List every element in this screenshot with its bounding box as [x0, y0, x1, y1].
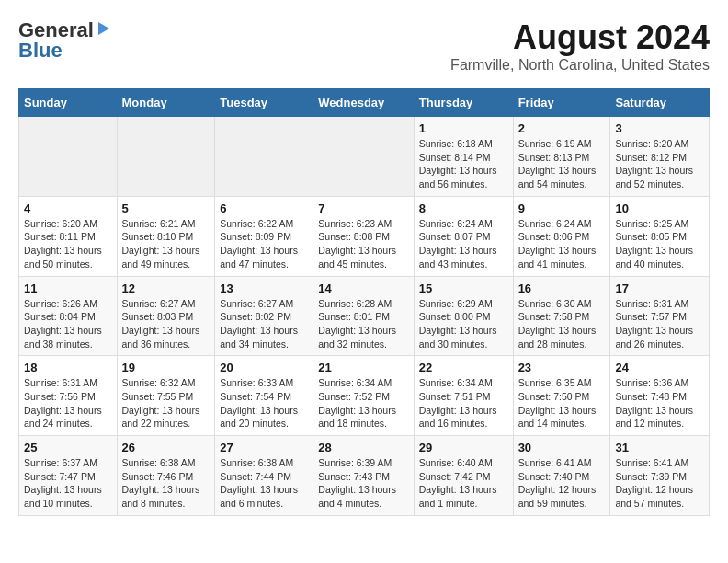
calendar-header-sunday: Sunday: [19, 89, 118, 117]
day-info: Sunrise: 6:35 AMSunset: 7:50 PMDaylight:…: [518, 376, 606, 431]
day-info: Sunrise: 6:41 AMSunset: 7:39 PMDaylight:…: [615, 456, 704, 511]
day-number: 29: [419, 441, 508, 454]
main-title: August 2024: [450, 18, 710, 57]
day-number: 11: [24, 282, 112, 295]
day-number: 27: [220, 441, 308, 454]
calendar-cell: 24Sunrise: 6:36 AMSunset: 7:48 PMDayligh…: [610, 356, 710, 436]
logo-blue-text: Blue: [18, 39, 63, 63]
calendar-header-thursday: Thursday: [414, 89, 513, 117]
day-info: Sunrise: 6:27 AMSunset: 8:03 PMDaylight:…: [122, 297, 210, 351]
day-info: Sunrise: 6:31 AMSunset: 7:57 PMDaylight:…: [615, 297, 704, 351]
day-info: Sunrise: 6:26 AMSunset: 8:04 PMDaylight:…: [24, 297, 112, 351]
calendar-cell: 9Sunrise: 6:24 AMSunset: 8:06 PMDaylight…: [513, 196, 610, 276]
calendar-week-row: 4Sunrise: 6:20 AMSunset: 8:11 PMDaylight…: [19, 196, 710, 276]
calendar-cell: 27Sunrise: 6:38 AMSunset: 7:44 PMDayligh…: [215, 436, 313, 516]
calendar-cell: 23Sunrise: 6:35 AMSunset: 7:50 PMDayligh…: [513, 356, 610, 436]
calendar-cell: [19, 117, 118, 197]
day-info: Sunrise: 6:24 AMSunset: 8:07 PMDaylight:…: [419, 217, 508, 271]
day-info: Sunrise: 6:21 AMSunset: 8:10 PMDaylight:…: [122, 217, 210, 271]
calendar-week-row: 1Sunrise: 6:18 AMSunset: 8:14 PMDaylight…: [19, 117, 710, 197]
day-number: 26: [122, 441, 210, 454]
calendar-cell: 26Sunrise: 6:38 AMSunset: 7:46 PMDayligh…: [117, 436, 215, 516]
calendar-cell: 11Sunrise: 6:26 AMSunset: 8:04 PMDayligh…: [19, 276, 118, 356]
day-info: Sunrise: 6:41 AMSunset: 7:40 PMDaylight:…: [518, 456, 606, 511]
day-number: 18: [24, 361, 112, 374]
day-number: 3: [615, 121, 704, 135]
day-number: 8: [419, 201, 508, 215]
calendar-cell: 6Sunrise: 6:22 AMSunset: 8:09 PMDaylight…: [215, 196, 313, 276]
day-number: 1: [419, 121, 508, 135]
day-info: Sunrise: 6:28 AMSunset: 8:01 PMDaylight:…: [318, 297, 408, 351]
calendar-week-row: 11Sunrise: 6:26 AMSunset: 8:04 PMDayligh…: [19, 276, 710, 356]
day-info: Sunrise: 6:20 AMSunset: 8:11 PMDaylight:…: [24, 217, 112, 271]
calendar-cell: 12Sunrise: 6:27 AMSunset: 8:03 PMDayligh…: [117, 276, 215, 356]
day-number: 23: [518, 361, 606, 374]
day-info: Sunrise: 6:40 AMSunset: 7:42 PMDaylight:…: [419, 456, 508, 511]
day-number: 12: [122, 282, 210, 295]
day-number: 21: [318, 361, 408, 374]
calendar-header-saturday: Saturday: [610, 89, 710, 117]
day-info: Sunrise: 6:22 AMSunset: 8:09 PMDaylight:…: [220, 217, 308, 271]
day-info: Sunrise: 6:23 AMSunset: 8:08 PMDaylight:…: [318, 217, 408, 271]
title-section: August 2024 Farmville, North Carolina, U…: [450, 18, 710, 74]
calendar-header-row: SundayMondayTuesdayWednesdayThursdayFrid…: [19, 89, 710, 117]
day-info: Sunrise: 6:30 AMSunset: 7:58 PMDaylight:…: [518, 297, 606, 351]
day-number: 5: [122, 201, 210, 215]
day-info: Sunrise: 6:19 AMSunset: 8:13 PMDaylight:…: [518, 137, 606, 191]
calendar-cell: 19Sunrise: 6:32 AMSunset: 7:55 PMDayligh…: [117, 356, 215, 436]
calendar-cell: 20Sunrise: 6:33 AMSunset: 7:54 PMDayligh…: [215, 356, 313, 436]
day-number: 20: [220, 361, 308, 374]
calendar-cell: 7Sunrise: 6:23 AMSunset: 8:08 PMDaylight…: [313, 196, 414, 276]
calendar-cell: 17Sunrise: 6:31 AMSunset: 7:57 PMDayligh…: [610, 276, 710, 356]
calendar-cell: [117, 117, 215, 197]
day-number: 25: [24, 441, 112, 454]
day-info: Sunrise: 6:34 AMSunset: 7:51 PMDaylight:…: [419, 376, 508, 431]
calendar-cell: 5Sunrise: 6:21 AMSunset: 8:10 PMDaylight…: [117, 196, 215, 276]
calendar-cell: 16Sunrise: 6:30 AMSunset: 7:58 PMDayligh…: [513, 276, 610, 356]
day-info: Sunrise: 6:25 AMSunset: 8:05 PMDaylight:…: [615, 217, 704, 271]
calendar-cell: 10Sunrise: 6:25 AMSunset: 8:05 PMDayligh…: [610, 196, 710, 276]
day-number: 10: [615, 201, 704, 215]
calendar-cell: 3Sunrise: 6:20 AMSunset: 8:12 PMDaylight…: [610, 117, 710, 197]
day-number: 4: [24, 201, 112, 215]
calendar-cell: 1Sunrise: 6:18 AMSunset: 8:14 PMDaylight…: [414, 117, 513, 197]
day-info: Sunrise: 6:38 AMSunset: 7:46 PMDaylight:…: [122, 456, 210, 511]
calendar-header-wednesday: Wednesday: [313, 89, 414, 117]
day-info: Sunrise: 6:38 AMSunset: 7:44 PMDaylight:…: [220, 456, 308, 511]
day-number: 30: [518, 441, 606, 454]
day-info: Sunrise: 6:18 AMSunset: 8:14 PMDaylight:…: [419, 137, 508, 191]
calendar-header-monday: Monday: [117, 89, 215, 117]
day-number: 13: [220, 282, 308, 295]
day-number: 14: [318, 282, 408, 295]
calendar-header-friday: Friday: [513, 89, 610, 117]
day-info: Sunrise: 6:34 AMSunset: 7:52 PMDaylight:…: [318, 376, 408, 431]
svg-marker-0: [98, 22, 109, 35]
calendar-week-row: 25Sunrise: 6:37 AMSunset: 7:47 PMDayligh…: [19, 436, 710, 516]
day-info: Sunrise: 6:36 AMSunset: 7:48 PMDaylight:…: [615, 376, 704, 431]
calendar-cell: [215, 117, 313, 197]
calendar-cell: 2Sunrise: 6:19 AMSunset: 8:13 PMDaylight…: [513, 117, 610, 197]
day-info: Sunrise: 6:20 AMSunset: 8:12 PMDaylight:…: [615, 137, 704, 191]
calendar-cell: 13Sunrise: 6:27 AMSunset: 8:02 PMDayligh…: [215, 276, 313, 356]
calendar-table: SundayMondayTuesdayWednesdayThursdayFrid…: [18, 88, 710, 516]
calendar-cell: 18Sunrise: 6:31 AMSunset: 7:56 PMDayligh…: [19, 356, 118, 436]
calendar-cell: 21Sunrise: 6:34 AMSunset: 7:52 PMDayligh…: [313, 356, 414, 436]
calendar-cell: 29Sunrise: 6:40 AMSunset: 7:42 PMDayligh…: [414, 436, 513, 516]
day-number: 15: [419, 282, 508, 295]
logo-arrow-icon: [95, 20, 111, 37]
day-number: 17: [615, 282, 704, 295]
day-number: 16: [518, 282, 606, 295]
day-number: 24: [615, 361, 704, 374]
calendar-cell: [313, 117, 414, 197]
day-number: 2: [518, 121, 606, 135]
calendar-cell: 14Sunrise: 6:28 AMSunset: 8:01 PMDayligh…: [313, 276, 414, 356]
calendar-cell: 4Sunrise: 6:20 AMSunset: 8:11 PMDaylight…: [19, 196, 118, 276]
calendar-cell: 15Sunrise: 6:29 AMSunset: 8:00 PMDayligh…: [414, 276, 513, 356]
day-number: 28: [318, 441, 408, 454]
day-number: 22: [419, 361, 508, 374]
header: General Blue August 2024 Farmville, Nort…: [18, 18, 710, 74]
day-info: Sunrise: 6:33 AMSunset: 7:54 PMDaylight:…: [220, 376, 308, 431]
day-number: 19: [122, 361, 210, 374]
day-info: Sunrise: 6:37 AMSunset: 7:47 PMDaylight:…: [24, 456, 112, 511]
day-info: Sunrise: 6:39 AMSunset: 7:43 PMDaylight:…: [318, 456, 408, 511]
